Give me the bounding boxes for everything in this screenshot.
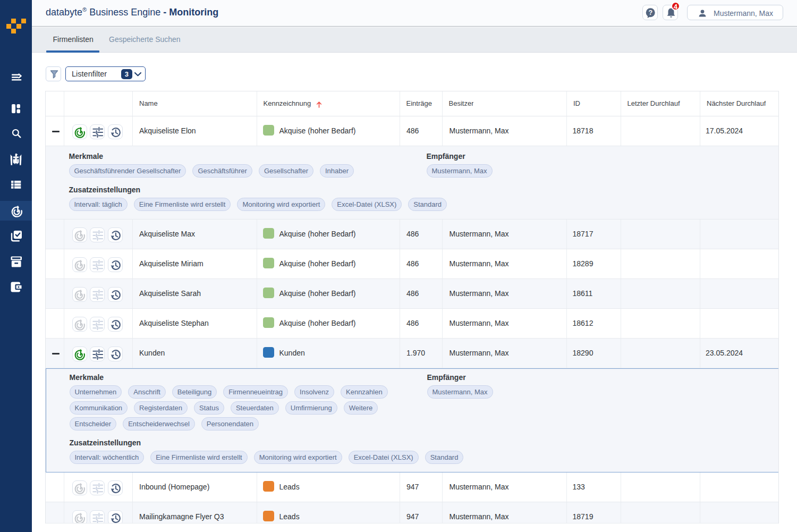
svg-text:?: ? <box>648 9 652 16</box>
